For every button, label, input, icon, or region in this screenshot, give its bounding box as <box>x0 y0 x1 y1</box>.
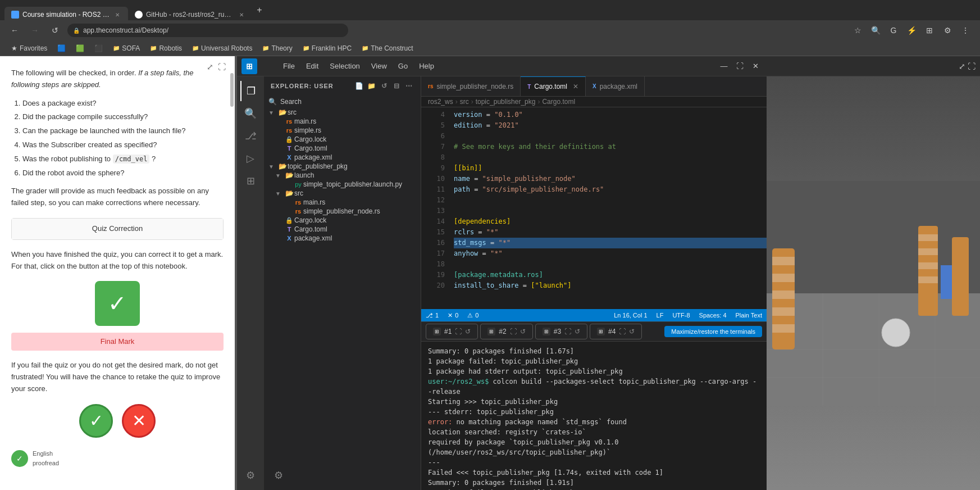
menu-go[interactable]: Go <box>393 56 413 76</box>
extension-4-icon[interactable]: ⊞ <box>922 22 937 38</box>
bookmark-franklin[interactable]: 📁 Franklin HPC <box>298 43 356 53</box>
extensions-icon[interactable]: ⚙ <box>940 22 955 38</box>
tab-2-label: GitHub - ros2-rust/ros2_rust: R... <box>146 11 234 19</box>
search-sidebar-icon[interactable]: 🔍 <box>240 103 261 124</box>
reload-button[interactable]: ↺ <box>47 22 63 38</box>
tree-launch-py[interactable]: py simple_topic_publisher.launch.py <box>264 180 421 189</box>
bookmark-icon-2[interactable]: 🟩 <box>71 43 89 53</box>
code-content[interactable]: version = "0.1.0" edition = "2021" # See… <box>449 107 767 309</box>
bookmark-icon-1[interactable]: 🟦 <box>53 43 70 53</box>
tab-1-close[interactable]: ✕ <box>113 11 121 19</box>
terminal-refresh-2[interactable]: ↺ <box>520 328 526 335</box>
warning-icon: ⚠ <box>467 312 473 319</box>
bookmark-theconstruct[interactable]: 📁 The Construct <box>357 43 417 53</box>
terminal-refresh-4[interactable]: ↺ <box>629 328 635 335</box>
error-count[interactable]: ✕ 0 <box>448 312 458 319</box>
tab-2[interactable]: GitHub - ros2-rust/ros2_rust: R... ✕ <box>128 7 252 22</box>
bookmark-favorites[interactable]: ★ Favorites <box>7 43 52 53</box>
bookmark-sofa[interactable]: 📁 SOFA <box>108 43 144 53</box>
new-file-icon[interactable]: 📄 <box>354 81 364 91</box>
new-folder-icon[interactable]: 📁 <box>367 81 377 91</box>
terminal-tab-3[interactable]: ⊞ #3 ⛶ ↺ <box>535 324 587 339</box>
bookmark-theory[interactable]: 📁 Theory <box>258 43 297 53</box>
menu-edit[interactable]: Edit <box>300 56 324 76</box>
terminal-output-area[interactable]: Summary: 0 packages finished [1.67s] 1 p… <box>421 342 767 490</box>
editor-tab-1[interactable]: rs simple_publisher_node.rs <box>421 76 521 96</box>
tree-cargo-lock-1[interactable]: 🔒 Cargo.lock <box>264 135 421 144</box>
extension-1-icon[interactable]: 🔍 <box>868 22 883 38</box>
quiz-correction-header[interactable]: Quiz Correction <box>12 219 223 239</box>
bookmark-universal-robots[interactable]: 📁 Universal Robots <box>188 43 257 53</box>
scroll-thumb[interactable] <box>230 73 234 107</box>
rs-icon-1: rs <box>284 117 294 125</box>
threed-expand[interactable]: ⤢ <box>959 62 965 71</box>
vscode-maximize[interactable]: ⛶ <box>733 60 746 73</box>
tree-cargo-lock-2[interactable]: 🔒 Cargo.lock <box>264 216 421 225</box>
menu-help[interactable]: Help <box>413 56 440 76</box>
terminal-tab-1-icon: ⊞ <box>433 328 441 335</box>
git-branch-status[interactable]: ⎇ 1 <box>426 312 439 319</box>
vscode-minimize[interactable]: — <box>717 60 731 73</box>
more-actions-icon[interactable]: ⋯ <box>404 81 414 91</box>
file-tree: ▼ 📂 src rs main.rs rs simple.rs <box>264 108 421 461</box>
refresh-icon[interactable]: ↺ <box>379 81 389 91</box>
tree-main-rs-2[interactable]: rs main.rs <box>264 198 421 207</box>
warning-count[interactable]: ⚠ 0 <box>467 312 478 319</box>
menu-selection[interactable]: Selection <box>324 56 365 76</box>
tree-src-root[interactable]: ▼ 📂 src <box>264 108 421 117</box>
menu-view[interactable]: View <box>366 56 393 76</box>
expand-icon[interactable]: ⤢ <box>207 61 213 73</box>
editor-tab-3[interactable]: X package.xml <box>586 76 645 96</box>
tree-package-xml-2[interactable]: X package.xml <box>264 234 421 243</box>
new-tab-button[interactable]: + <box>252 2 267 18</box>
extension-3-icon[interactable]: ⚡ <box>904 22 919 38</box>
terminal-expand-1[interactable]: ⛶ <box>455 328 462 335</box>
terminal-expand-3[interactable]: ⛶ <box>564 328 571 335</box>
vscode-close[interactable]: ✕ <box>749 60 762 73</box>
terminal-refresh-1[interactable]: ↺ <box>465 328 471 335</box>
menu-icon[interactable]: ⋮ <box>958 22 973 38</box>
gear-settings-icon[interactable]: ⚙ <box>268 465 289 486</box>
tree-simple-pub-node[interactable]: rs simple_publisher_node.rs <box>264 207 421 216</box>
src-folder-icon: 📂 <box>277 108 288 116</box>
extensions-sidebar-icon[interactable]: ⊞ <box>240 171 261 191</box>
extension-2-icon[interactable]: G <box>886 22 901 38</box>
tab-2-close[interactable]: ✕ <box>238 11 245 19</box>
terminal-expand-2[interactable]: ⛶ <box>510 328 517 335</box>
tree-launch-folder[interactable]: ▼ 📂 launch <box>264 171 421 180</box>
debug-icon[interactable]: ▷ <box>240 148 261 169</box>
terminal-tab-2[interactable]: ⊞ #2 ⛶ ↺ <box>480 324 532 339</box>
url-bar[interactable]: 🔒 app.theconstruct.ai/Desktop/ <box>67 24 348 37</box>
terminal-tab-4[interactable]: ⊞ #4 ⛶ ↺ <box>590 324 642 339</box>
tab-1[interactable]: Course simulation - ROS2 B... ✕ <box>4 7 128 22</box>
tree-simple-rs[interactable]: rs simple.rs <box>264 126 421 135</box>
editor-tab-2[interactable]: T Cargo.toml ✕ <box>521 76 586 96</box>
bookmark-star-icon[interactable]: ☆ <box>850 22 865 38</box>
forward-button[interactable]: → <box>27 22 43 38</box>
tree-cargo-toml-2[interactable]: T Cargo.toml <box>264 225 421 234</box>
explorer-icon[interactable]: ❐ <box>240 81 261 101</box>
package-xml-1-label: package.xml <box>294 153 332 161</box>
bookmark-robotis[interactable]: 📁 Robotis <box>145 43 186 53</box>
terminal-tab-1[interactable]: ⊞ #1 ⛶ ↺ <box>426 324 478 339</box>
tree-src-inner[interactable]: ▼ 📂 src <box>264 189 421 198</box>
menu-file[interactable]: File <box>277 56 300 76</box>
git-icon[interactable]: ⎇ <box>240 126 261 146</box>
threed-maximize[interactable]: ⛶ <box>968 62 976 71</box>
lock-icon-2: 🔒 <box>284 216 294 224</box>
collapse-icon[interactable]: ⊟ <box>391 81 402 91</box>
tree-package-xml-1[interactable]: X package.xml <box>264 153 421 162</box>
terminal-refresh-3[interactable]: ↺ <box>575 328 580 335</box>
tree-topic-pkg[interactable]: ▼ 📂 topic_publisher_pkg <box>264 162 421 171</box>
bookmark-icon-3[interactable]: ⬛ <box>90 43 107 53</box>
bookmarks-bar: ★ Favorites 🟦 🟩 ⬛ 📁 SOFA 📁 Robotis 📁 Uni… <box>0 40 980 56</box>
fullscreen-icon[interactable]: ⛶ <box>218 61 226 73</box>
terminal-expand-4[interactable]: ⛶ <box>619 328 626 335</box>
tree-cargo-toml-1[interactable]: T Cargo.toml <box>264 144 421 153</box>
settings-sidebar-icon[interactable]: ⚙ <box>240 465 261 486</box>
back-button[interactable]: ← <box>7 22 22 38</box>
tab2-close-x[interactable]: ✕ <box>573 83 578 90</box>
tree-main-rs-1[interactable]: rs main.rs <box>264 117 421 126</box>
terminal-tab-bar: ⊞ #1 ⛶ ↺ ⊞ #2 ⛶ ↺ <box>421 322 767 342</box>
maximize-terminals-button[interactable]: Maximize/restore the terminals <box>664 326 762 337</box>
